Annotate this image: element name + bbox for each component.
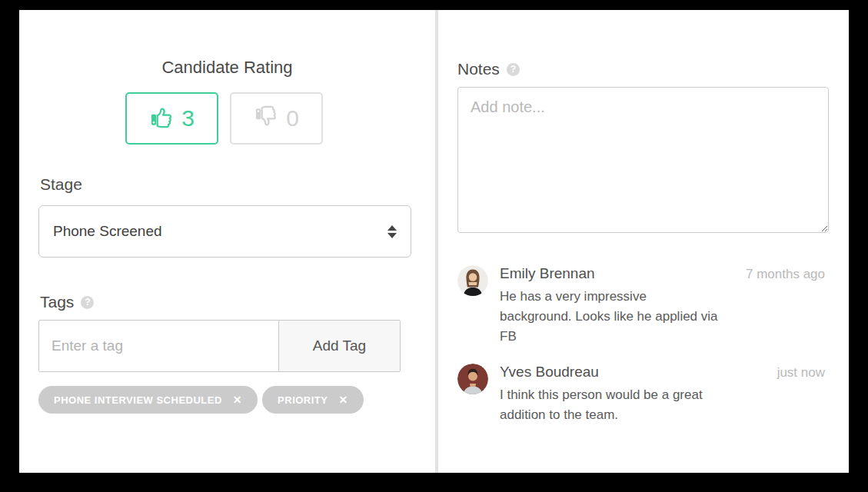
thumbs-down-icon (254, 105, 278, 132)
emily-avatar (457, 265, 488, 296)
add-tag-button[interactable]: Add Tag (278, 320, 401, 372)
notes-label: Notes ? (457, 60, 520, 78)
tag-pill-row: PHONE INTERVIEW SCHEDULED ✕ PRIORITY ✕ (38, 386, 364, 414)
add-note-textarea[interactable] (457, 87, 829, 233)
notes-label-text: Notes (457, 60, 500, 78)
notes-panel: Notes ? Emily Brennan He has a very impr… (438, 10, 849, 473)
thumbs-up-icon (149, 105, 174, 132)
note-author: Yves Boudreau (500, 364, 825, 381)
tag-pill[interactable]: PRIORITY ✕ (262, 386, 364, 414)
yves-avatar (457, 364, 488, 394)
note-timestamp: 7 months ago (746, 267, 825, 282)
note-body: Yves Boudreau I think this person would … (500, 364, 825, 425)
stage-label-text: Stage (40, 175, 82, 194)
tag-pill-label: PHONE INTERVIEW SCHEDULED (54, 394, 222, 406)
thumbs-up-count: 3 (181, 107, 195, 130)
help-icon[interactable]: ? (507, 63, 520, 76)
tag-pill-label: PRIORITY (278, 394, 328, 406)
thumbs-up-button[interactable]: 3 (125, 92, 218, 145)
thumbs-down-button[interactable]: 0 (230, 92, 323, 145)
note-text: I think this person would be a great add… (500, 385, 721, 425)
tag-pill[interactable]: PHONE INTERVIEW SCHEDULED ✕ (38, 386, 258, 414)
help-icon[interactable]: ? (81, 296, 94, 309)
candidate-rating-title: Candidate Rating (19, 58, 435, 78)
tag-entry-row: Add Tag (38, 320, 401, 372)
note-item: Yves Boudreau I think this person would … (457, 364, 825, 425)
stage-label: Stage (40, 175, 82, 194)
close-icon[interactable]: ✕ (338, 394, 348, 405)
stage-select[interactable]: Phone Screened (38, 205, 411, 258)
tags-label: Tags ? (40, 293, 94, 311)
note-text: He has a very impressive background. Loo… (500, 287, 721, 347)
close-icon[interactable]: ✕ (233, 394, 242, 405)
rating-buttons: 3 0 (125, 92, 323, 145)
note-item: Emily Brennan He has a very impressive b… (457, 265, 825, 347)
stage-selected-value: Phone Screened (53, 223, 162, 240)
select-spinner-icon (387, 225, 397, 238)
tag-input[interactable] (38, 320, 279, 372)
note-timestamp: just now (777, 365, 825, 381)
candidate-detail-card: Candidate Rating 3 (19, 10, 849, 473)
rating-stage-tags-panel: Candidate Rating 3 (19, 10, 435, 473)
thumbs-down-count: 0 (286, 107, 299, 130)
tags-label-text: Tags (40, 293, 74, 311)
